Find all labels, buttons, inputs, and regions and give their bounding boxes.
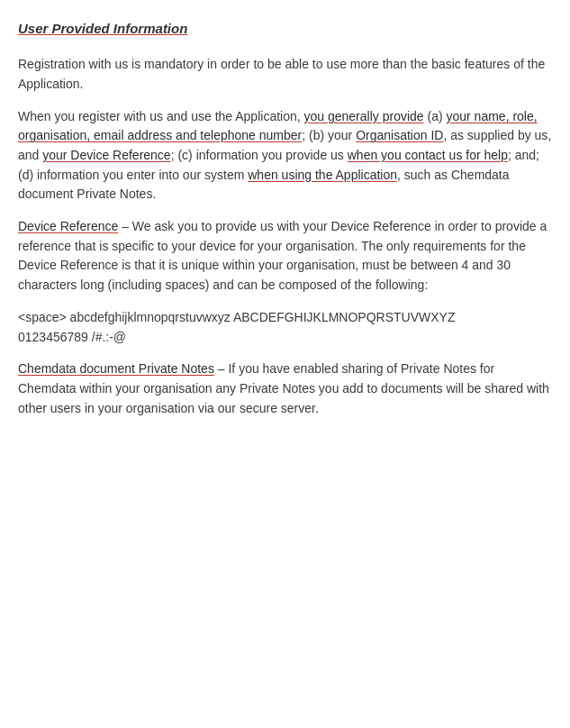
device-reference-paragraph: Device Reference – We ask you to provide… [18, 217, 552, 296]
device-reference-heading: Device Reference [18, 219, 118, 233]
intro-text: Registration with us is mandatory in ord… [18, 57, 545, 91]
using-application-link[interactable]: when using the Application [248, 168, 397, 182]
chemdata-heading: Chemdata document Private Notes [18, 361, 214, 376]
organisation-id-link[interactable]: Organisation ID [356, 128, 443, 142]
code-block: <space> abcdefghijklmnopqrstuvwxyz ABCDE… [18, 308, 552, 347]
intro-paragraph: Registration with us is mandatory in ord… [18, 55, 552, 94]
page-title: User Provided Information [18, 18, 187, 39]
device-reference-link[interactable]: your Device Reference [42, 148, 170, 162]
contact-us-link[interactable]: when you contact us for help [348, 148, 508, 162]
registration-start: When you register with us and use the Ap… [18, 109, 304, 123]
registration-mid4: ; (c) information you provide us [171, 148, 348, 162]
registration-mid2: ; (b) your [302, 128, 356, 142]
chemdata-paragraph: Chemdata document Private Notes – If you… [18, 359, 552, 418]
registration-mid1: (a) [424, 109, 447, 123]
code-line-1: <space> abcdefghijklmnopqrstuvwxyz ABCDE… [18, 308, 552, 328]
you-generally-provide-link[interactable]: you generally provide [304, 109, 424, 123]
registration-paragraph: When you register with us and use the Ap… [18, 107, 552, 205]
code-line-2: 0123456789 /#.:-@ [18, 328, 552, 348]
